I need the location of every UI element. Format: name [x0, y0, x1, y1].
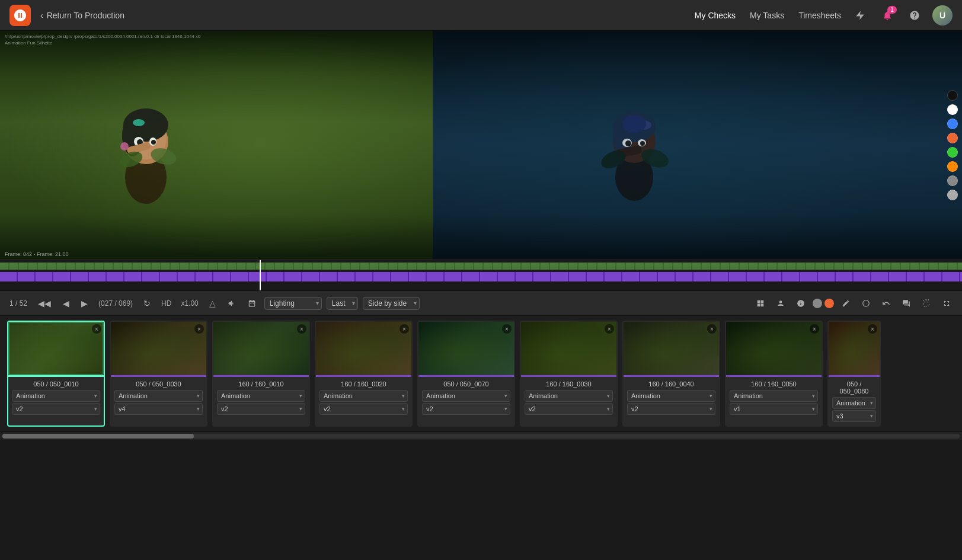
film-label-9: 050 / 050_0080: [832, 379, 876, 396]
view-mode-select[interactable]: Side by side A/B Difference: [363, 297, 420, 310]
film-close-1[interactable]: ×: [92, 324, 101, 334]
film-card-2[interactable]: × 050 / 050_0030 AnimationLightingCompos…: [110, 321, 207, 427]
video-left-panel: //ntp/usr/p/movie/p/prop_design/ /props/…: [0, 31, 433, 260]
film-version-select-8[interactable]: v1v2v3v4: [730, 403, 818, 415]
pencil-btn[interactable]: [838, 295, 854, 312]
quality-label: HD: [159, 299, 174, 308]
film-label-6: 160 / 160_0030: [525, 379, 613, 389]
film-version-select-2[interactable]: v1v2v3v4: [114, 403, 203, 415]
scrollbar-area: [0, 431, 962, 440]
film-task-select-7[interactable]: AnimationLightingCompositing: [627, 390, 715, 402]
film-task-select-1[interactable]: AnimationLightingCompositing: [12, 390, 100, 402]
film-task-select-8[interactable]: AnimationLightingCompositing: [730, 390, 818, 402]
volume-btn[interactable]: [224, 297, 239, 310]
film-info-5: 050 / 050_0070 AnimationLightingComposit…: [418, 377, 514, 418]
nav-my-checks[interactable]: My Checks: [695, 11, 736, 20]
film-card-6[interactable]: × 160 / 160_0030 AnimationLightingCompos…: [520, 321, 618, 427]
avatar-placeholder: U: [932, 5, 953, 25]
comment-btn[interactable]: [898, 295, 915, 312]
film-card-4[interactable]: × 160 / 160_0020 AnimationLightingCompos…: [315, 321, 413, 427]
layout-btn[interactable]: [918, 295, 935, 312]
grid-view-btn[interactable]: [752, 295, 769, 312]
film-task-wrap-6: AnimationLightingCompositing: [525, 390, 613, 402]
fullscreen-btn[interactable]: [938, 295, 955, 312]
undo-btn[interactable]: [878, 295, 894, 312]
play-btn[interactable]: ▶: [78, 296, 91, 311]
film-task-select-5[interactable]: AnimationLightingCompositing: [422, 390, 510, 402]
film-close-9[interactable]: ×: [868, 324, 877, 334]
film-label-2: 050 / 050_0030: [114, 379, 203, 389]
film-version-select-4[interactable]: v1v2v3v4: [319, 403, 408, 415]
nav-timesheets[interactable]: Timesheets: [798, 11, 841, 20]
film-task-wrap-4: AnimationLightingCompositing: [319, 390, 408, 402]
film-info-1: 050 / 050_0010 AnimationLightingComposit…: [8, 377, 104, 418]
film-version-select-5[interactable]: v1v2v3v4: [422, 403, 510, 415]
film-version-select-6[interactable]: v1v2v3v4: [525, 403, 613, 415]
top-navigation: ‹ Return To Production My Checks My Task…: [0, 0, 962, 31]
film-info-2: 050 / 050_0030 AnimationLightingComposit…: [111, 377, 206, 418]
scrollbar-thumb[interactable]: [2, 434, 194, 439]
version-select[interactable]: Last v1 v2 v3: [327, 297, 358, 310]
film-close-3[interactable]: ×: [297, 324, 306, 334]
film-version-select-1[interactable]: v1v2v3v4: [12, 403, 100, 415]
nav-my-tasks[interactable]: My Tasks: [750, 11, 784, 20]
swatch-black[interactable]: [947, 90, 958, 101]
swatch-green[interactable]: [947, 147, 958, 158]
film-close-4[interactable]: ×: [399, 324, 409, 334]
right-controls: [752, 295, 955, 312]
scrollbar-track[interactable]: [2, 434, 960, 439]
film-card-9[interactable]: × 050 / 050_0080 AnimationLightingCompos…: [827, 321, 881, 427]
waveform-btn[interactable]: △: [206, 296, 219, 311]
back-button[interactable]: ‹ Return To Production: [40, 11, 124, 20]
mini-swatch-red[interactable]: [824, 299, 834, 308]
film-close-5[interactable]: ×: [502, 324, 512, 334]
film-thumb-8: ×: [726, 322, 822, 375]
task-select[interactable]: Lighting Animation Compositing: [264, 297, 322, 310]
film-task-wrap-8: AnimationLightingCompositing: [730, 390, 818, 402]
film-card-7[interactable]: × 160 / 160_0040 AnimationLightingCompos…: [622, 321, 720, 427]
step-back-btn[interactable]: ◀: [59, 296, 73, 311]
app-logo[interactable]: [9, 5, 31, 26]
film-version-select-9[interactable]: v1v2v3v4: [832, 410, 876, 422]
film-task-select-9[interactable]: AnimationLightingCompositing: [832, 397, 876, 409]
film-close-6[interactable]: ×: [605, 324, 614, 334]
film-task-select-2[interactable]: AnimationLightingCompositing: [114, 390, 203, 402]
lightning-icon-btn[interactable]: [851, 6, 870, 25]
film-version-select-7[interactable]: v1v2v3v4: [627, 403, 715, 415]
film-task-wrap-1: AnimationLightingCompositing: [12, 390, 100, 402]
film-task-select-4[interactable]: AnimationLightingCompositing: [319, 390, 408, 402]
user-avatar[interactable]: U: [932, 5, 953, 25]
film-card-8[interactable]: × 160 / 160_0050 AnimationLightingCompos…: [725, 321, 823, 427]
loop-btn[interactable]: ↻: [140, 296, 154, 311]
film-info-7: 160 / 160_0040 AnimationLightingComposit…: [624, 377, 719, 418]
film-close-2[interactable]: ×: [194, 324, 204, 334]
help-btn[interactable]: [905, 6, 924, 25]
swatch-red[interactable]: [947, 133, 958, 143]
svg-point-28: [863, 300, 870, 306]
film-version-select-3[interactable]: v1v2v3v4: [217, 403, 305, 415]
film-task-select-6[interactable]: AnimationLightingCompositing: [525, 390, 613, 402]
film-task-wrap-7: AnimationLightingCompositing: [627, 390, 715, 402]
film-card-5[interactable]: × 050 / 050_0070 AnimationLightingCompos…: [417, 321, 515, 427]
film-close-7[interactable]: ×: [707, 324, 717, 334]
viewer-area: //ntp/usr/p/movie/p/prop_design/ /props/…: [0, 31, 962, 315]
film-card-3[interactable]: × 160 / 160_0010 AnimationLightingCompos…: [212, 321, 310, 427]
timeline-area[interactable]: [0, 260, 962, 290]
swatch-blue[interactable]: [947, 119, 958, 129]
video-container[interactable]: //ntp/usr/p/movie/p/prop_design/ /props/…: [0, 31, 962, 260]
film-card-1[interactable]: × 050 / 050_0010 AnimationLightingCompos…: [7, 321, 105, 427]
person-btn[interactable]: [772, 295, 789, 312]
goto-start-btn[interactable]: ◀◀: [34, 296, 55, 311]
film-task-select-3[interactable]: AnimationLightingCompositing: [217, 390, 305, 402]
nav-links: My Checks My Tasks Timesheets: [695, 11, 841, 20]
annotations-btn[interactable]: [244, 297, 260, 310]
info-btn[interactable]: [792, 295, 809, 312]
swatch-white[interactable]: [947, 104, 958, 115]
notification-bell-btn[interactable]: 1: [878, 6, 897, 25]
swatch-gray1[interactable]: [947, 175, 958, 186]
film-close-8[interactable]: ×: [810, 324, 819, 334]
swatch-gray2[interactable]: [947, 190, 958, 200]
swatch-orange[interactable]: [947, 161, 958, 172]
circle-btn[interactable]: [858, 295, 874, 312]
mini-swatch-gray[interactable]: [813, 299, 822, 308]
